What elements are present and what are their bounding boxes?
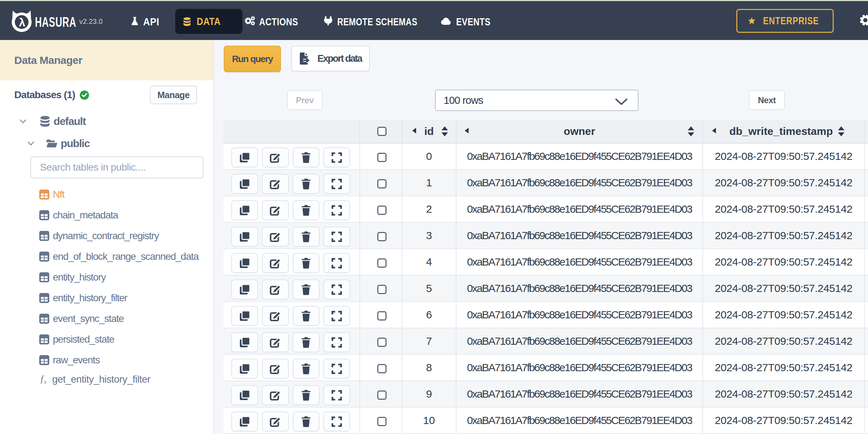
svg-text:x: x	[44, 379, 47, 384]
svg-text:f: f	[41, 375, 44, 384]
svg-text:λ: λ	[19, 16, 25, 29]
